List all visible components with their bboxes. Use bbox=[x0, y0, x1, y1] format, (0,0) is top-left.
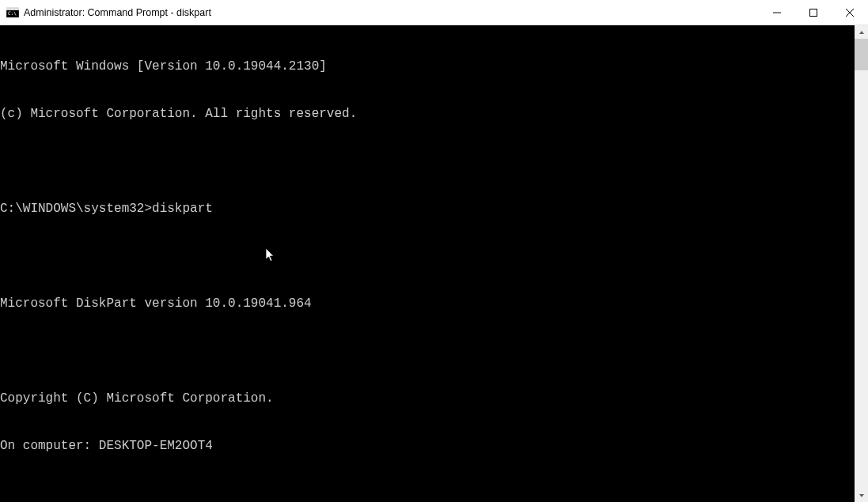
terminal-line: C:\WINDOWS\system32>diskpart bbox=[0, 201, 855, 217]
close-button[interactable] bbox=[832, 0, 868, 25]
terminal-line: Copyright (C) Microsoft Corporation. bbox=[0, 391, 855, 406]
terminal-area: Microsoft Windows [Version 10.0.19044.21… bbox=[0, 25, 868, 502]
window-controls bbox=[759, 0, 868, 25]
terminal-line bbox=[0, 485, 855, 501]
vertical-scrollbar[interactable] bbox=[855, 25, 868, 502]
terminal-output[interactable]: Microsoft Windows [Version 10.0.19044.21… bbox=[0, 25, 855, 502]
cmd-icon: C:\ bbox=[6, 6, 19, 19]
terminal-line bbox=[0, 343, 855, 359]
window-title: Administrator: Command Prompt - diskpart bbox=[24, 7, 759, 18]
svg-rect-4 bbox=[810, 9, 817, 16]
scroll-thumb[interactable] bbox=[855, 39, 868, 70]
terminal-line: On computer: DESKTOP-EM2OOT4 bbox=[0, 438, 855, 454]
scroll-track[interactable] bbox=[855, 39, 868, 489]
scroll-up-button[interactable] bbox=[855, 25, 868, 39]
scroll-down-button[interactable] bbox=[855, 489, 868, 502]
terminal-line bbox=[0, 153, 855, 169]
svg-text:C:\: C:\ bbox=[8, 10, 17, 16]
terminal-line: (c) Microsoft Corporation. All rights re… bbox=[0, 106, 855, 122]
terminal-line: Microsoft DiskPart version 10.0.19041.96… bbox=[0, 296, 855, 311]
maximize-button[interactable] bbox=[795, 0, 832, 25]
terminal-line: Microsoft Windows [Version 10.0.19044.21… bbox=[0, 59, 855, 74]
minimize-button[interactable] bbox=[759, 0, 795, 25]
titlebar[interactable]: C:\ Administrator: Command Prompt - disk… bbox=[0, 0, 868, 25]
terminal-line bbox=[0, 248, 855, 264]
